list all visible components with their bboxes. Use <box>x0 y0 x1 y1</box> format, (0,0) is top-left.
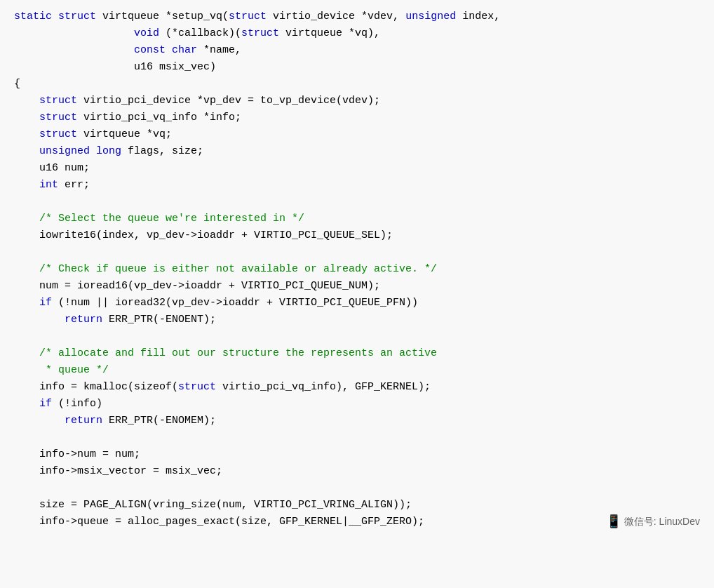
code-segment <box>14 314 65 326</box>
code-segment: size = PAGE_ALIGN(vring_size(num, VIRTIO… <box>14 499 412 511</box>
code-line: struct virtio_pci_vq_info *info; <box>14 109 700 126</box>
code-segment: return <box>65 415 102 427</box>
code-segment: * queue */ <box>14 364 109 376</box>
code-segment: (!info) <box>52 398 102 410</box>
code-line: iowrite16(index, vp_dev->ioaddr + VIRTIO… <box>14 227 700 244</box>
code-segment: /* Check if queue is either not availabl… <box>14 263 437 275</box>
code-line: struct virtio_pci_device *vp_dev = to_vp… <box>14 93 700 109</box>
code-segment: virtqueue *vq; <box>77 128 172 140</box>
code-line <box>14 429 700 446</box>
code-segment: iowrite16(index, vp_dev->ioaddr + VIRTIO… <box>14 229 393 241</box>
code-segment: virtqueue *setup_vq( <box>96 11 229 22</box>
code-line: info->num = num; <box>14 446 700 463</box>
code-segment: virtio_pci_vq_info), GFP_KERNEL); <box>216 381 431 393</box>
code-segment <box>14 145 39 157</box>
code-line: int err; <box>14 177 700 194</box>
code-segment: struct <box>39 128 77 140</box>
code-segment: info->num = num; <box>14 448 140 460</box>
code-segment: unsigned <box>39 145 90 157</box>
code-line: struct virtqueue *vq; <box>14 126 700 143</box>
code-line: * queue */ <box>14 362 700 379</box>
watermark-text: 微信号: LinuxDev <box>624 514 700 529</box>
code-segment <box>14 398 39 410</box>
code-block: static struct virtqueue *setup_vq(struct… <box>0 0 714 544</box>
code-lines: static struct virtqueue *setup_vq(struct… <box>14 8 700 530</box>
code-line: num = ioread16(vp_dev->ioaddr + VIRTIO_P… <box>14 278 700 295</box>
code-line <box>14 480 700 497</box>
code-segment: struct <box>58 11 96 22</box>
code-segment: unsigned <box>405 11 456 22</box>
code-segment: void <box>134 27 159 39</box>
watermark: 📱 微信号: LinuxDev <box>606 512 700 532</box>
code-segment: struct <box>178 381 216 393</box>
code-segment <box>14 179 39 191</box>
code-segment: virtqueue *vq), <box>279 27 380 39</box>
code-line: if (!info) <box>14 396 700 413</box>
code-segment: if <box>39 398 52 410</box>
code-line <box>14 194 700 211</box>
code-segment: (*callback)( <box>159 27 241 39</box>
code-segment: struct <box>241 27 279 39</box>
code-segment: num = ioread16(vp_dev->ioaddr + VIRTIO_P… <box>14 280 380 292</box>
code-segment: virtio_pci_device *vp_dev = to_vp_device… <box>77 95 380 107</box>
code-segment: (!num || ioread32(vp_dev->ioaddr + VIRTI… <box>52 297 418 309</box>
code-line: if (!num || ioread32(vp_dev->ioaddr + VI… <box>14 295 700 312</box>
code-segment: info->msix_vector = msix_vec; <box>14 465 222 477</box>
code-line: /* Select the queue we're interested in … <box>14 211 700 227</box>
code-segment: int <box>39 179 58 191</box>
code-segment: /* Select the queue we're interested in … <box>14 213 304 225</box>
code-segment: index, <box>456 11 500 22</box>
code-segment: /* allocate and fill out our structure t… <box>14 347 437 359</box>
code-line: static struct virtqueue *setup_vq(struct… <box>14 8 700 25</box>
code-segment: { <box>14 78 20 90</box>
code-line: size = PAGE_ALIGN(vring_size(num, VIRTIO… <box>14 497 700 514</box>
code-segment: *name, <box>197 44 241 56</box>
code-segment <box>14 128 39 140</box>
code-segment: struct <box>39 112 77 123</box>
wechat-icon: 📱 <box>606 512 621 532</box>
code-segment: u16 msix_vec) <box>14 61 216 73</box>
code-line <box>14 328 700 345</box>
code-line: unsigned long flags, size; <box>14 143 700 160</box>
code-segment: if <box>39 297 52 309</box>
code-segment: virtio_device *vdev, <box>267 11 405 22</box>
code-line: info->queue = alloc_pages_exact(size, GF… <box>14 514 700 530</box>
code-segment <box>52 11 58 22</box>
code-segment: struct <box>229 11 267 22</box>
code-segment: info->queue = alloc_pages_exact(size, GF… <box>14 516 424 528</box>
code-segment: long <box>96 145 121 157</box>
code-segment: ERR_PTR(-ENOMEM); <box>102 415 216 427</box>
code-segment: char <box>172 44 197 56</box>
code-segment: ERR_PTR(-ENOENT); <box>102 314 216 326</box>
code-segment: static <box>14 11 52 22</box>
code-segment: return <box>65 314 102 326</box>
code-segment: const <box>134 44 166 56</box>
code-segment <box>14 27 134 39</box>
code-line: info->msix_vector = msix_vec; <box>14 463 700 480</box>
code-segment: info = kmalloc(sizeof( <box>14 381 178 393</box>
code-segment <box>166 44 172 56</box>
code-segment <box>14 415 65 427</box>
code-line: u16 msix_vec) <box>14 59 700 76</box>
code-segment: u16 num; <box>14 162 90 174</box>
code-segment <box>14 44 134 56</box>
code-line: /* allocate and fill out our structure t… <box>14 345 700 362</box>
code-line: return ERR_PTR(-ENOMEM); <box>14 413 700 429</box>
code-segment <box>14 112 39 123</box>
code-segment <box>90 145 96 157</box>
code-segment: flags, size; <box>121 145 203 157</box>
code-line: const char *name, <box>14 42 700 59</box>
code-line: u16 num; <box>14 160 700 177</box>
code-line: info = kmalloc(sizeof(struct virtio_pci_… <box>14 379 700 396</box>
code-segment: err; <box>58 179 90 191</box>
code-line <box>14 244 700 261</box>
code-line: return ERR_PTR(-ENOENT); <box>14 312 700 328</box>
code-segment <box>14 297 39 309</box>
code-segment <box>14 95 39 107</box>
code-segment: virtio_pci_vq_info *info; <box>77 112 241 123</box>
code-segment: struct <box>39 95 77 107</box>
code-line: void (*callback)(struct virtqueue *vq), <box>14 25 700 42</box>
code-line: { <box>14 76 700 93</box>
code-line: /* Check if queue is either not availabl… <box>14 261 700 278</box>
